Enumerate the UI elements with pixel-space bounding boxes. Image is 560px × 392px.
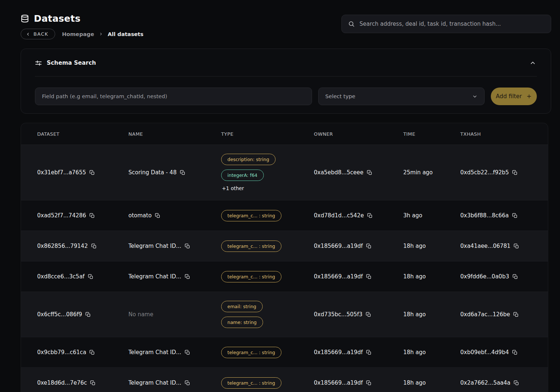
- breadcrumb-parent[interactable]: Homepage: [62, 31, 94, 37]
- table-row[interactable]: 0xe18d6d...7e76cTelegram Chat ID...teleg…: [21, 367, 548, 392]
- type-select[interactable]: Select type: [318, 88, 485, 105]
- copy-icon[interactable]: [367, 170, 372, 175]
- txhash-value: 0x2a7662...5aa4a: [460, 379, 510, 386]
- copy-icon[interactable]: [185, 380, 190, 386]
- name-cell: Telegram Chat ID...: [128, 243, 221, 249]
- dataset-name: otomato: [128, 212, 152, 219]
- search-input[interactable]: [359, 20, 545, 28]
- type-badge: email: string: [221, 301, 263, 312]
- copy-icon[interactable]: [514, 380, 519, 386]
- owner-address: 0x185669...a19df: [314, 273, 363, 280]
- time-cell: 3h ago: [403, 212, 460, 219]
- copy-icon[interactable]: [514, 243, 519, 249]
- type-cell: telegram_c... : string: [221, 240, 314, 252]
- dataset-id: 0xd8cce6...3c5af: [37, 273, 85, 280]
- time-value: 18h ago: [403, 379, 426, 386]
- time-cell: 18h ago: [403, 243, 460, 249]
- owner-cell: 0x185669...a19df: [314, 243, 403, 249]
- dataset-name: Telegram Chat ID...: [128, 273, 181, 280]
- txhash-value: 0xd6a7ac...126be: [460, 311, 510, 318]
- copy-icon[interactable]: [91, 243, 97, 249]
- table-row[interactable]: 0xd8cce6...3c5afTelegram Chat ID...teleg…: [21, 261, 548, 292]
- copy-icon[interactable]: [512, 170, 518, 175]
- global-search[interactable]: [341, 15, 551, 33]
- table-row[interactable]: 0x9cbb79...c61caTelegram Chat ID...teleg…: [21, 337, 548, 367]
- time-value: 18h ago: [403, 243, 426, 249]
- copy-icon[interactable]: [366, 380, 372, 386]
- dataset-cell: 0xad52f7...74286: [37, 212, 128, 219]
- time-value: 25min ago: [403, 169, 433, 176]
- add-filter-button[interactable]: Add filter: [491, 88, 537, 105]
- owner-cell: 0x185669...a19df: [314, 349, 403, 356]
- copy-icon[interactable]: [185, 243, 190, 249]
- copy-icon[interactable]: [89, 170, 95, 175]
- breadcrumb: Homepage All datasets: [62, 31, 143, 37]
- txhash-cell: 0xd6a7ac...126be: [460, 311, 548, 318]
- txhash-cell: 0x3b6f88...8c66a: [460, 212, 548, 219]
- table-row[interactable]: 0x31ebf7...a7655Scoring Data - 48descrip…: [21, 145, 548, 200]
- txhash-cell: 0x2a7662...5aa4a: [460, 379, 548, 386]
- type-cell: telegram_c... : string: [221, 347, 314, 358]
- owner-cell: 0xd735bc...505f3: [314, 311, 403, 318]
- time-cell: 18h ago: [403, 379, 460, 386]
- table-row[interactable]: 0x6cff5c...086f9No nameemail: stringname…: [21, 292, 548, 337]
- copy-icon[interactable]: [85, 312, 91, 317]
- owner-address: 0xd735bc...505f3: [314, 311, 362, 318]
- name-cell: Telegram Chat ID...: [128, 273, 221, 280]
- page-title: Datasets: [34, 13, 81, 24]
- copy-icon[interactable]: [513, 312, 519, 317]
- copy-icon[interactable]: [89, 350, 95, 355]
- copy-icon[interactable]: [366, 243, 372, 249]
- copy-icon[interactable]: [513, 274, 518, 279]
- copy-icon[interactable]: [366, 274, 372, 279]
- copy-icon[interactable]: [512, 350, 518, 355]
- owner-cell: 0xa5ebd8...5ceee: [314, 169, 403, 176]
- column-header-name: NAME: [128, 131, 221, 137]
- dataset-id: 0x31ebf7...a7655: [37, 169, 86, 176]
- copy-icon[interactable]: [88, 274, 93, 279]
- copy-icon[interactable]: [367, 213, 373, 218]
- type-badge: telegram_c... : string: [221, 271, 281, 282]
- table-row[interactable]: 0x862856...79142Telegram Chat ID...teleg…: [21, 231, 548, 261]
- dataset-name: No name: [128, 311, 153, 318]
- type-badge: telegram_c... : string: [221, 240, 281, 252]
- chevron-left-icon: [26, 32, 30, 36]
- txhash-value: 0xd5cb22...f92b5: [460, 169, 509, 176]
- table-body: 0x31ebf7...a7655Scoring Data - 48descrip…: [21, 145, 548, 392]
- name-cell: otomato: [128, 212, 221, 219]
- copy-icon[interactable]: [366, 312, 371, 317]
- copy-icon[interactable]: [185, 350, 190, 355]
- field-path-input[interactable]: [35, 88, 312, 105]
- copy-icon[interactable]: [89, 213, 95, 218]
- copy-icon[interactable]: [180, 170, 185, 175]
- collapse-panel-button[interactable]: [529, 59, 537, 67]
- time-value: 18h ago: [403, 273, 426, 280]
- chevron-up-icon: [529, 60, 536, 66]
- owner-address: 0x185669...a19df: [314, 243, 363, 249]
- back-button[interactable]: BACK: [21, 29, 55, 39]
- table-row[interactable]: 0xad52f7...74286otomatotelegram_c... : s…: [21, 200, 548, 231]
- txhash-cell: 0xb09ebf...4d9b4: [460, 349, 548, 356]
- txhash-value: 0xa41aee...06781: [460, 243, 510, 249]
- page-header: Datasets BACK Homepage All datasets: [0, 0, 560, 39]
- dataset-cell: 0xe18d6d...7e76c: [37, 379, 128, 386]
- txhash-value: 0x9fdd6e...0a0b3: [460, 273, 509, 280]
- name-cell: No name: [128, 311, 221, 318]
- copy-icon[interactable]: [512, 213, 518, 218]
- filter-sliders-icon: [35, 60, 42, 67]
- datasets-table: DATASET NAME TYPE OWNER TIME TXHASH 0x31…: [21, 123, 548, 392]
- copy-icon[interactable]: [90, 380, 96, 386]
- type-badge: telegram_c... : string: [221, 210, 281, 221]
- name-cell: Telegram Chat ID...: [128, 349, 221, 356]
- txhash-value: 0xb09ebf...4d9b4: [460, 349, 509, 356]
- breadcrumb-current: All datasets: [108, 31, 143, 37]
- copy-icon[interactable]: [155, 213, 160, 218]
- owner-address: 0xd78d1d...c542e: [314, 212, 364, 219]
- column-header-txhash: TXHASH: [460, 131, 548, 137]
- panel-divider: [35, 76, 537, 76]
- dataset-id: 0x6cff5c...086f9: [37, 311, 82, 318]
- copy-icon[interactable]: [185, 274, 190, 279]
- copy-icon[interactable]: [366, 350, 372, 355]
- type-badge: description: string: [221, 154, 276, 165]
- dataset-name: Scoring Data - 48: [128, 169, 177, 176]
